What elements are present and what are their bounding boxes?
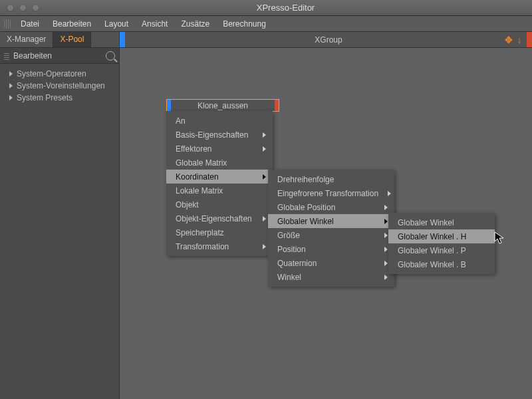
titlebar: XPresso-Editor [0, 0, 532, 16]
menu-item[interactable]: Winkel [268, 270, 394, 284]
menu-bearbeiten[interactable]: Bearbeiten [47, 17, 97, 31]
expand-arrow-icon [9, 71, 13, 76]
menu-item[interactable]: Objekt [166, 198, 273, 211]
menu-item-label: An [176, 116, 186, 126]
menu-item[interactable]: Koordinaten [166, 170, 273, 184]
chevron-right-icon [384, 275, 388, 280]
window-title: XPresso-Editor [39, 3, 532, 13]
menu-item[interactable]: An [166, 114, 273, 128]
chevron-right-icon [384, 233, 388, 238]
menu-item[interactable]: Basis-Eigenschaften [166, 128, 273, 142]
header-icons: ✥ ↓ [504, 35, 524, 45]
chevron-right-icon [263, 244, 266, 249]
sidebar: X-Manager X-Pool Bearbeiten System-Opera… [0, 32, 120, 399]
max-dot[interactable] [32, 4, 39, 11]
menu-berechnung[interactable]: Berechnung [217, 17, 272, 31]
menu-item-label: Globaler Winkel . B [398, 260, 466, 269]
menu-item[interactable]: Globaler Winkel . P [388, 243, 495, 257]
menu-item[interactable]: Globaler Winkel [388, 215, 495, 229]
close-dot[interactable] [7, 4, 14, 11]
chevron-right-icon [384, 219, 388, 224]
menu-item[interactable]: Speicherplatz [166, 225, 273, 239]
menubar: Datei Bearbeiten Layout Ansicht Zusätze … [0, 16, 532, 32]
context-menu-2: DrehreihenfolgeEingefrorene Transformati… [268, 170, 394, 287]
group-header[interactable]: XGroup ✥ ↓ [120, 32, 532, 48]
chevron-right-icon [384, 261, 388, 266]
menu-datei[interactable]: Datei [15, 17, 45, 31]
menu-zusaetze[interactable]: Zusätze [175, 17, 215, 31]
tree-label: System-Operatoren [17, 69, 86, 78]
context-menu-1: AnBasis-EigenschaftenEffektorenGlobale M… [166, 111, 273, 256]
toolbar-label[interactable]: Bearbeiten [13, 51, 106, 61]
tree-item[interactable]: System-Operatoren [3, 68, 116, 80]
menu-item-label: Winkel [277, 273, 301, 282]
menu-item-label: Transformation [176, 242, 229, 251]
menu-item-label: Speicherplatz [176, 228, 224, 237]
menu-item[interactable]: Lokale Matrix [166, 184, 273, 198]
chevron-right-icon [263, 146, 266, 152]
expand-arrow-icon [9, 83, 13, 88]
grip-icon [4, 52, 9, 60]
tree-label: System Presets [17, 93, 72, 102]
search-icon[interactable] [106, 51, 115, 61]
menu-item-label: Quaternion [277, 259, 317, 268]
chevron-right-icon [384, 247, 388, 252]
expand-icon[interactable]: ✥ [504, 35, 513, 45]
menu-item[interactable]: Transformation [166, 239, 273, 253]
menu-item-label: Effektoren [176, 144, 211, 154]
menu-item-label: Objekt [176, 200, 199, 209]
tree-label: System-Voreinstellungen [17, 81, 105, 90]
node-header[interactable]: Klone_aussen [166, 99, 279, 111]
menu-item[interactable]: Globaler Winkel . H [388, 229, 495, 243]
tab-x-pool[interactable]: X-Pool [53, 32, 91, 47]
tree-item[interactable]: System-Voreinstellungen [3, 80, 116, 92]
context-menu-3: Globaler WinkelGlobaler Winkel . HGlobal… [388, 213, 495, 274]
menu-item-label: Größe [277, 231, 300, 240]
menu-item[interactable]: Eingefrorene Transformation [268, 186, 394, 200]
sidebar-toolbar: Bearbeiten [0, 48, 119, 64]
menu-item-label: Drehreihenfolge [277, 175, 334, 184]
min-dot[interactable] [19, 4, 27, 11]
menu-item-label: Lokale Matrix [176, 186, 223, 196]
menu-item[interactable]: Globaler Winkel [268, 214, 394, 228]
menu-item[interactable]: Quaternion [268, 256, 394, 270]
menu-item-label: Globaler Winkel [277, 217, 334, 226]
expand-arrow-icon [9, 95, 13, 100]
menu-item-label: Globale Position [277, 203, 335, 212]
menu-item-label: Objekt-Eigenschaften [176, 214, 252, 223]
chevron-right-icon [388, 191, 391, 196]
menu-item[interactable]: Effektoren [166, 142, 273, 156]
menu-item[interactable]: Größe [268, 228, 394, 242]
menu-item[interactable]: Objekt-Eigenschaften [166, 211, 273, 225]
port-out-icon[interactable] [275, 100, 279, 111]
port-in-icon[interactable] [120, 32, 125, 47]
port-out-icon[interactable] [527, 32, 532, 47]
menu-item-label: Position [277, 245, 306, 254]
menu-item[interactable]: Globaler Winkel . B [388, 257, 495, 271]
menu-item[interactable]: Globale Matrix [166, 156, 273, 170]
chevron-right-icon [263, 132, 266, 138]
menu-item-label: Globale Matrix [176, 158, 227, 168]
menu-layout[interactable]: Layout [98, 17, 134, 31]
tree-item[interactable]: System Presets [3, 92, 116, 104]
node-klone-aussen[interactable]: Klone_aussen [166, 99, 279, 112]
menu-item-label: Koordinaten [176, 172, 219, 182]
menu-ansicht[interactable]: Ansicht [136, 17, 174, 31]
menu-item-label: Globaler Winkel . H [398, 232, 466, 241]
window-controls [0, 4, 39, 11]
menu-item-label: Basis-Eigenschaften [176, 130, 248, 140]
sidebar-tabs: X-Manager X-Pool [0, 32, 119, 48]
tab-x-manager[interactable]: X-Manager [0, 32, 53, 47]
group-title: XGroup [125, 35, 532, 45]
menu-item-label: Eingefrorene Transformation [277, 189, 378, 198]
down-icon[interactable]: ↓ [515, 35, 524, 45]
menu-item-label: Globaler Winkel . P [398, 246, 466, 255]
menu-item-label: Globaler Winkel [398, 218, 454, 227]
menu-item[interactable]: Drehreihenfolge [268, 172, 394, 186]
menu-item[interactable]: Globale Position [268, 200, 394, 214]
grip-icon [4, 19, 11, 29]
cursor-icon [494, 231, 505, 247]
canvas[interactable]: Klone_aussen AnBasis-EigenschaftenEffekt… [120, 48, 532, 399]
menu-item[interactable]: Position [268, 242, 394, 256]
chevron-right-icon [384, 205, 388, 210]
